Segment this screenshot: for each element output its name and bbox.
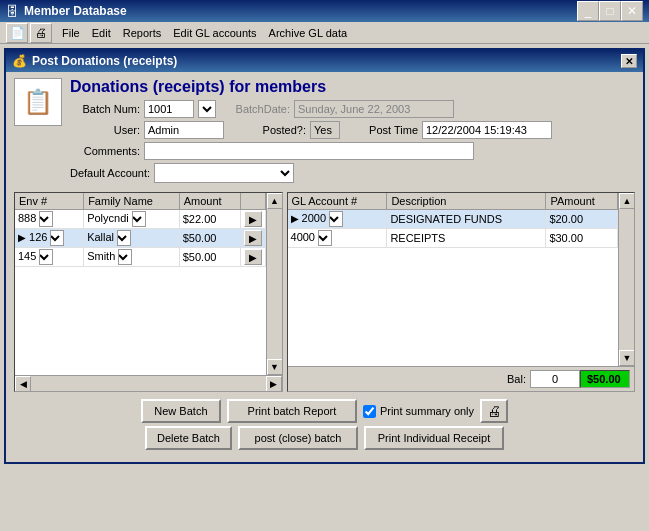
toolbar-btn-1[interactable]: 📄 [6,23,28,43]
cell-pamount: $20.00 [546,210,618,229]
batch-num-select[interactable] [198,100,216,118]
header-section: 📋 Donations (receipts) for members Batch… [14,78,635,186]
right-table: GL Account # Description PAmount ▶ [288,193,618,248]
toolbar-btn-2[interactable]: 🖨 [30,23,52,43]
batch-date-label: BatchDate: [220,103,290,115]
row-arrow-2[interactable]: ▶ [244,230,262,246]
new-batch-button[interactable]: New Batch [141,399,221,423]
cell-action: ▶ [240,210,265,229]
menu-reports[interactable]: Reports [117,25,168,41]
scroll-up-btn[interactable]: ▲ [267,193,282,209]
scroll-down-btn[interactable]: ▼ [267,359,282,375]
comments-input[interactable] [144,142,474,160]
hscroll-track[interactable] [31,376,266,392]
menu-edit[interactable]: Edit [86,25,117,41]
table-row[interactable]: 4000 RECEIPTS $30.00 [288,229,618,248]
scroll-track[interactable] [267,209,282,359]
default-account-select[interactable] [154,163,294,183]
comments-row: Comments: [70,142,552,160]
batch-num-label: Batch Num: [70,103,140,115]
name-select-3[interactable] [118,249,132,265]
name-select-1[interactable] [132,211,146,227]
table-row[interactable]: ▶ 126 Kallal $50.00 [15,229,265,248]
menu-file[interactable]: File [56,25,86,41]
col-actions [240,193,265,210]
scroll-up-btn-r[interactable]: ▲ [619,193,634,209]
gl-select-2[interactable] [318,230,332,246]
cell-env: ▶ 126 [15,229,84,248]
user-row: User: Posted?: Post Time [70,121,552,139]
hscroll-right-btn[interactable]: ▶ [266,376,282,392]
left-table-scrollbar[interactable]: ▲ ▼ [266,193,282,375]
balance-row: Bal: $50.00 [288,366,634,391]
tables-area: Env # Family Name Amount [14,192,635,392]
right-table-scroll-area: GL Account # Description PAmount ▶ [288,193,634,366]
row-indicator-right: ▶ [291,213,299,224]
default-account-label: Default Account: [70,167,150,179]
cell-desc: DESIGNATED FUNDS [387,210,546,229]
post-time-input [422,121,552,139]
minimize-btn[interactable]: _ [577,1,599,21]
close-btn[interactable]: ✕ [621,1,643,21]
left-table-scroll-area: Env # Family Name Amount [15,193,282,375]
dialog-title-bar: 💰 Post Donations (receipts) ✕ [6,50,643,72]
row-arrow-1[interactable]: ▶ [244,211,262,227]
outer-title-bar: 🗄 Member Database _ □ ✕ [0,0,649,22]
table-row[interactable]: 888 Polycndi $22.00 [15,210,265,229]
menu-archive-gl[interactable]: Archive GL data [263,25,353,41]
env-select-1[interactable] [39,211,53,227]
user-label: User: [70,124,140,136]
print-summary-checkbox[interactable] [363,405,376,418]
cell-pamount: $30.00 [546,229,618,248]
right-table-inner: GL Account # Description PAmount ▶ [288,193,618,366]
row-indicator: ▶ [18,232,26,243]
print-batch-report-button[interactable]: Print batch Report [227,399,357,423]
dialog: 💰 Post Donations (receipts) ✕ 📋 Donation… [4,48,645,464]
env-select-2[interactable] [50,230,64,246]
print-individual-receipt-button[interactable]: Print Individual Receipt [364,426,504,450]
gl-select-1[interactable] [329,211,343,227]
cell-amount: $50.00 [179,248,240,267]
printer-icon-button[interactable]: 🖨 [480,399,508,423]
cell-gl: 4000 [288,229,387,248]
scroll-down-btn-r[interactable]: ▼ [619,350,634,366]
batch-num-input[interactable] [144,100,194,118]
right-table-scrollbar[interactable]: ▲ ▼ [618,193,634,366]
cell-amount: $22.00 [179,210,240,229]
col-pamount: PAmount [546,193,618,210]
cell-env: 888 [15,210,84,229]
left-table-hscroll[interactable]: ◀ ▶ [15,375,282,391]
col-amount: Amount [179,193,240,210]
env-select-3[interactable] [39,249,53,265]
table-row[interactable]: 145 Smith $50.00 [15,248,265,267]
dialog-close-button[interactable]: ✕ [621,54,637,68]
cell-name: Smith [84,248,180,267]
post-time-label: Post Time [348,124,418,136]
row-arrow-3[interactable]: ▶ [244,249,262,265]
posted-input [310,121,340,139]
scroll-track-r[interactable] [619,209,634,350]
col-gl-account: GL Account # [288,193,387,210]
post-close-batch-button[interactable]: post (close) batch [238,426,358,450]
default-account-row: Default Account: [70,163,552,183]
balance-label: Bal: [507,373,526,385]
cell-gl: ▶ 2000 [288,210,387,229]
maximize-btn[interactable]: □ [599,1,621,21]
name-select-2[interactable] [117,230,131,246]
posted-label: Posted?: [236,124,306,136]
dialog-icon: 💰 [12,54,27,68]
dialog-title: Post Donations (receipts) [32,54,621,68]
delete-batch-button[interactable]: Delete Batch [145,426,232,450]
menu-bar: 📄 🖨 File Edit Reports Edit GL accounts A… [0,22,649,44]
hscroll-left-btn[interactable]: ◀ [15,376,31,392]
balance-input[interactable] [530,370,580,388]
cell-amount: $50.00 [179,229,240,248]
app-icon: 🗄 [6,4,19,19]
left-table: Env # Family Name Amount [15,193,266,267]
dialog-body: 📋 Donations (receipts) for members Batch… [6,72,643,462]
menu-edit-gl[interactable]: Edit GL accounts [167,25,262,41]
app-title: Member Database [24,4,577,18]
table-row[interactable]: ▶ 2000 DESIGNATED FUNDS $20.00 [288,210,618,229]
col-description: Description [387,193,546,210]
user-input[interactable] [144,121,224,139]
